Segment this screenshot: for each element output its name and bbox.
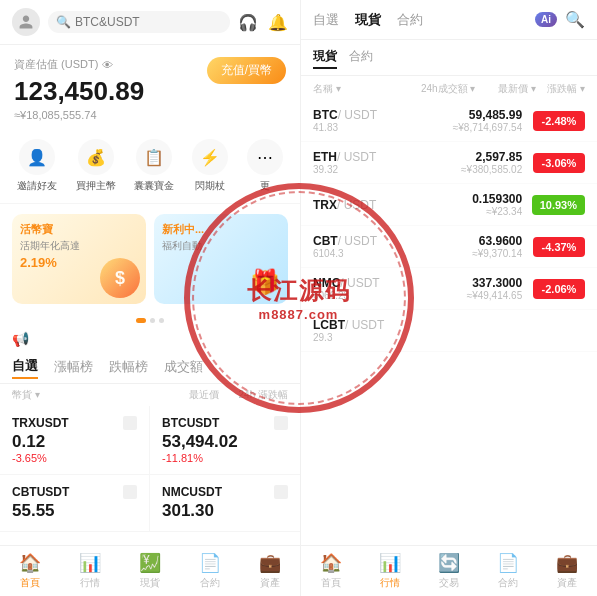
market-th-name: 名稱 ▾ (313, 82, 394, 96)
coin-tag-trx (123, 416, 137, 430)
market-price-nmc: 337.3000 ≈¥49,414.65 (418, 276, 523, 301)
portfolio-section: 資産估值 (USDT) 👁 123,450.89 ≈¥18,085,555.74… (0, 45, 300, 129)
right-market-icon: 📊 (379, 552, 401, 574)
right-nav-trade[interactable]: 🔄 交易 (419, 552, 478, 590)
recharge-button[interactable]: 充值/買幣 (207, 57, 286, 84)
main-container: 🔍 🎧 🔔 資産估值 (USDT) 👁 123,450.89 ≈¥18,085,… (0, 0, 597, 596)
avatar[interactable] (12, 8, 40, 36)
market-pair-eth: ETH/ USDT 39.32 (313, 150, 418, 175)
coin-cards: TRXUSDT 0.12 -3.65% BTCUSDT 53,494.02 -1… (0, 406, 300, 532)
buy-icon: 💰 (78, 139, 114, 175)
left-tabs: 自選 漲幅榜 跌幅榜 成交額 (0, 351, 300, 384)
market-th-volume: 24h成交額 ▾ (394, 82, 475, 96)
left-nav-home[interactable]: 🏠 首頁 (0, 552, 60, 590)
right-nav-market[interactable]: 📊 行情 (360, 552, 419, 590)
right-trade-icon: 🔄 (438, 552, 460, 574)
market-rows: BTC/ USDT 41.83 59,485.99 ≈¥8,714,697.54… (301, 100, 597, 545)
headset-icon[interactable]: 🎧 (238, 13, 258, 32)
quick-action-flash[interactable]: ⚡ 閃期杖 (192, 139, 228, 193)
invite-label: 邀請好友 (17, 179, 57, 193)
coin-name-cbt: CBTUSDT (12, 485, 69, 499)
portfolio-label: 資産估值 (USDT) 👁 (14, 57, 144, 72)
market-row-btc[interactable]: BTC/ USDT 41.83 59,485.99 ≈¥8,714,697.54… (301, 100, 597, 142)
more-icon: ⋯ (247, 139, 283, 175)
tab-watchlist[interactable]: 自選 (12, 357, 38, 379)
quick-action-buy[interactable]: 💰 買押主幣 (76, 139, 116, 193)
left-nav-spot[interactable]: 💹 現貨 (120, 552, 180, 590)
quick-action-invite[interactable]: 👤 邀請好友 (17, 139, 57, 193)
market-pair-cbt: CBT/ USDT 6104.3 (313, 234, 418, 259)
banner-bonus[interactable]: 新利中... 福利自動 🎁 (154, 214, 288, 304)
spot-label: 現貨 (140, 576, 160, 590)
coin-price-trx: 0.12 (12, 432, 137, 452)
tab-gainers[interactable]: 漲幅榜 (54, 358, 93, 378)
quick-action-savings[interactable]: 📋 囊囊寶金 (134, 139, 174, 193)
coin-card-trx[interactable]: TRXUSDT 0.12 -3.65% (0, 406, 150, 475)
right-sub-tabs: 現貨 合約 (301, 40, 597, 76)
savings-label: 囊囊寶金 (134, 179, 174, 193)
right-tab-futures[interactable]: 合約 (397, 11, 423, 29)
market-row-eth[interactable]: ETH/ USDT 39.32 2,597.85 ≈¥380,585.02 -3… (301, 142, 597, 184)
market-row-trx[interactable]: TRX/ USDT 0.159300 ≈¥23.34 10.93% (301, 184, 597, 226)
left-nav-futures[interactable]: 📄 合約 (180, 552, 240, 590)
dot-3 (159, 318, 164, 323)
market-change-trx: 10.93% (522, 195, 585, 215)
speaker-icon[interactable]: 📢 (12, 331, 29, 347)
futures-icon: 📄 (199, 552, 221, 574)
quick-action-more[interactable]: ⋯ 更 (247, 139, 283, 193)
tab-volume[interactable]: 成交額 (164, 358, 203, 378)
right-nav-assets[interactable]: 💼 資產 (538, 552, 597, 590)
invite-icon: 👤 (19, 139, 55, 175)
mini-table-header: 幣貨 ▾ 最近價 24h 漲跌幅 (0, 384, 300, 406)
coin-tag-cbt (123, 485, 137, 499)
portfolio-amount: 123,450.89 (14, 76, 144, 107)
market-row-cbt[interactable]: CBT/ USDT 6104.3 63.9600 ≈¥9,370.14 -4.3… (301, 226, 597, 268)
right-search-icon[interactable]: 🔍 (565, 10, 585, 29)
market-label: 行情 (80, 576, 100, 590)
mini-th-coin: 幣貨 ▾ (12, 388, 116, 402)
right-home-label: 首頁 (321, 576, 341, 590)
right-header-tabs: 自選 現貨 合約 (313, 11, 423, 29)
eye-icon[interactable]: 👁 (102, 59, 113, 71)
savings-coin-icon: $ (100, 258, 140, 298)
market-pair-trx: TRX/ USDT (313, 198, 418, 212)
banner-savings[interactable]: 活幣寶 活期年化高達 2.19% $ (12, 214, 146, 304)
market-price-cbt: 63.9600 ≈¥9,370.14 (418, 234, 523, 259)
coin-tag-btc (274, 416, 288, 430)
right-panel: 自選 現貨 合約 Ai 🔍 現貨 合約 名稱 ▾ 24h成交額 ▾ 最新價 ▾ … (300, 0, 597, 596)
left-nav-assets[interactable]: 💼 資產 (240, 552, 300, 590)
right-nav-home[interactable]: 🏠 首頁 (301, 552, 360, 590)
header-icons: 🎧 🔔 (238, 13, 288, 32)
market-pair-lcbt: LCBT/ USDT 29.3 (313, 318, 418, 343)
left-bottom-nav: 🏠 首頁 📊 行情 💹 現貨 📄 合約 💼 資產 (0, 545, 300, 596)
assets-label: 資產 (260, 576, 280, 590)
coin-card-nmc[interactable]: NMCUSDT 301.30 (150, 475, 300, 532)
search-bar[interactable]: 🔍 (48, 11, 230, 33)
sub-tab-futures[interactable]: 合約 (349, 46, 373, 69)
left-nav-market[interactable]: 📊 行情 (60, 552, 120, 590)
ai-badge[interactable]: Ai (535, 12, 557, 27)
coin-card-cbt[interactable]: CBTUSDT 55.55 (0, 475, 150, 532)
sub-tab-spot[interactable]: 現貨 (313, 46, 337, 69)
right-market-label: 行情 (380, 576, 400, 590)
bell-icon[interactable]: 🔔 (268, 13, 288, 32)
right-tab-watchlist[interactable]: 自選 (313, 11, 339, 29)
right-tab-spot[interactable]: 現貨 (355, 11, 381, 29)
market-pair-nmc: NMC/ USDT 6066.23 (313, 276, 418, 301)
more-label: 更 (260, 179, 270, 193)
market-row-nmc[interactable]: NMC/ USDT 6066.23 337.3000 ≈¥49,414.65 -… (301, 268, 597, 310)
coin-card-btc[interactable]: BTCUSDT 53,494.02 -11.81% (150, 406, 300, 475)
market-price-btc: 59,485.99 ≈¥8,714,697.54 (418, 108, 523, 133)
tab-losers[interactable]: 跌幅榜 (109, 358, 148, 378)
right-futures-label: 合約 (498, 576, 518, 590)
dot-1 (136, 318, 146, 323)
search-input[interactable] (75, 15, 222, 29)
savings-icon: 📋 (136, 139, 172, 175)
assets-icon: 💼 (259, 552, 281, 574)
home-label: 首頁 (20, 576, 40, 590)
market-icon: 📊 (79, 552, 101, 574)
right-nav-futures[interactable]: 📄 合約 (479, 552, 538, 590)
market-change-btc: -2.48% (522, 111, 585, 131)
market-row-lcbt[interactable]: LCBT/ USDT 29.3 (301, 310, 597, 352)
buy-label: 買押主幣 (76, 179, 116, 193)
